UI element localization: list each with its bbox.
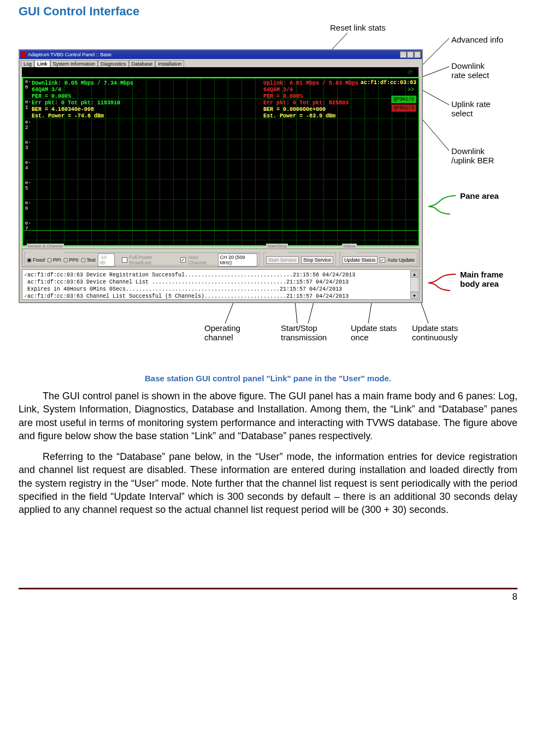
uplink-stats: Uplink: 0.01 Mbps / 5.03 Mbps 64QAM 3/4 …: [263, 80, 358, 120]
ul-mod: 64QAM 3/4: [263, 87, 358, 93]
log-panel: ✓ac:f1:df:cc:03:63 Device Registration S…: [22, 269, 420, 300]
start-stop-group: Start/Stop Start Service Stop Service: [263, 250, 336, 265]
tab-database[interactable]: Database: [129, 60, 156, 67]
stop-service-button[interactable]: Stop Service: [301, 256, 333, 264]
ul-ber: BER = 0.000000e+000: [263, 107, 358, 113]
channel-select[interactable]: CH 20 (509 MHz): [218, 253, 257, 267]
ylabel: e-1: [25, 99, 31, 110]
ul-power: Est. Power = -63.9 dBm: [263, 113, 358, 120]
tab-bar: Log Link System Information Diagnostics …: [20, 59, 422, 67]
downlink-rate-select[interactable]: QPSK1/2: [391, 96, 416, 103]
downlink-stats: Downlink: 0.05 Mbps / 7.34 Mbps 64QAM 3/…: [32, 80, 133, 120]
group-label: Status: [342, 244, 357, 249]
rate-select: QPSK1/2 QPSK1/2: [391, 96, 416, 112]
window-titlebar: Adaptrum TVBD Control Panel :: Base _ □ …: [20, 50, 422, 59]
auto-channel-check[interactable]: [180, 257, 186, 263]
scroll-down-button[interactable]: ▼: [410, 292, 419, 299]
window-title: Adaptrum TVBD Control Panel :: Base: [28, 52, 111, 57]
section-title: GUI Control Interface: [19, 4, 517, 19]
dl-per: PER = 0.000%: [32, 93, 133, 100]
auto-channel-label: Auto Channel: [188, 255, 216, 265]
tab-sysinfo[interactable]: System Information: [50, 60, 98, 67]
paragraph: The GUI control panel is shown in the ab…: [19, 389, 517, 442]
ylabel: e-3: [25, 140, 31, 151]
radio-test[interactable]: Test: [81, 257, 96, 263]
ul-rate: Uplink: 0.01 Mbps / 5.03 Mbps: [263, 80, 358, 87]
tab-install[interactable]: Installation: [155, 60, 184, 67]
dl-rate: Downlink: 0.05 Mbps / 7.34 Mbps: [32, 80, 133, 87]
auto-update-check[interactable]: [380, 257, 385, 263]
refresh-row: ⟳: [22, 67, 419, 77]
advanced-info-button[interactable]: >>: [408, 87, 414, 93]
radio-fixed[interactable]: Fixed: [27, 257, 45, 263]
atten-select[interactable]: -10 dB: [98, 253, 115, 267]
ul-err: Err pkt: 0 Tot pkt: 825803: [263, 100, 358, 107]
dl-power: Est. Power = -74.6 dBm: [32, 113, 133, 120]
group-label: Device & Channel: [27, 244, 64, 249]
app-icon: [21, 52, 26, 57]
ylabel: e-5: [25, 180, 31, 191]
tab-diag[interactable]: Diagnostics: [98, 60, 129, 67]
radio-ppii[interactable]: PPII: [63, 257, 79, 263]
maximize-button[interactable]: □: [407, 51, 414, 58]
link-pane: e-0 e-1 e-2 e-3 e-4 e-5 e-6 e-7 Downlink…: [22, 77, 420, 246]
log-line: Expires in 48Hours 0Mins 0Secs..........…: [27, 286, 342, 292]
ul-per: PER = 0.000%: [263, 93, 358, 100]
uplink-rate-select[interactable]: QPSK1/2: [391, 104, 416, 112]
device-channel-group: Device & Channel Fixed PPI PPII Test -10…: [24, 250, 260, 265]
figure-caption: Base station GUI control panel "Link" pa…: [19, 374, 517, 383]
status-group: Status Update Status Auto Update: [339, 250, 417, 265]
mac-address: ac:f1:df:cc:03:63: [361, 80, 416, 86]
scroll-up-button[interactable]: ▲: [410, 270, 419, 277]
start-service-button[interactable]: Start Service: [266, 256, 299, 264]
full-power-label: Full Power Broadcast: [129, 255, 174, 265]
log-line: ac:f1:df:cc:03:63 Device Registration Su…: [27, 272, 355, 278]
dl-ber: BER = 4.160340e-008: [32, 107, 133, 113]
page-number: 8: [19, 589, 517, 610]
tab-link[interactable]: Link: [34, 60, 50, 67]
update-status-button[interactable]: Update Status: [342, 256, 378, 264]
controls-bar: Device & Channel Fixed PPI PPII Test -10…: [22, 249, 420, 267]
group-label: Start/Stop: [266, 244, 288, 249]
minimize-button[interactable]: _: [400, 51, 407, 58]
paragraph: Referring to the “Database” pane below, …: [19, 450, 517, 516]
close-button[interactable]: ×: [414, 51, 421, 58]
ber-trace: [23, 230, 419, 234]
auto-update-label: Auto Update: [387, 257, 415, 263]
log-line: ac:f1:df:cc:03:63 Device Channel List ..…: [27, 279, 349, 285]
tab-log[interactable]: Log: [21, 60, 34, 67]
full-power-check[interactable]: [122, 257, 127, 263]
log-line: ac:f1:df:cc:03:63 Channel List Successfu…: [27, 293, 349, 299]
reset-link-stats-icon[interactable]: ⟳: [408, 68, 413, 76]
radio-ppi[interactable]: PPI: [47, 257, 61, 263]
ylabel: e-4: [25, 160, 31, 171]
ylabel: e-6: [25, 200, 31, 211]
ylabel: e-0: [25, 79, 31, 90]
ylabel: e-2: [25, 120, 31, 131]
dl-mod: 64QAM 3/4: [32, 87, 133, 93]
figure-container: Reset link stats Advanced info Downlink …: [19, 22, 517, 371]
dl-err: Err pkt: 0 Tot pkt: 1193910: [32, 100, 133, 107]
app-window: Adaptrum TVBD Control Panel :: Base _ □ …: [19, 49, 423, 303]
